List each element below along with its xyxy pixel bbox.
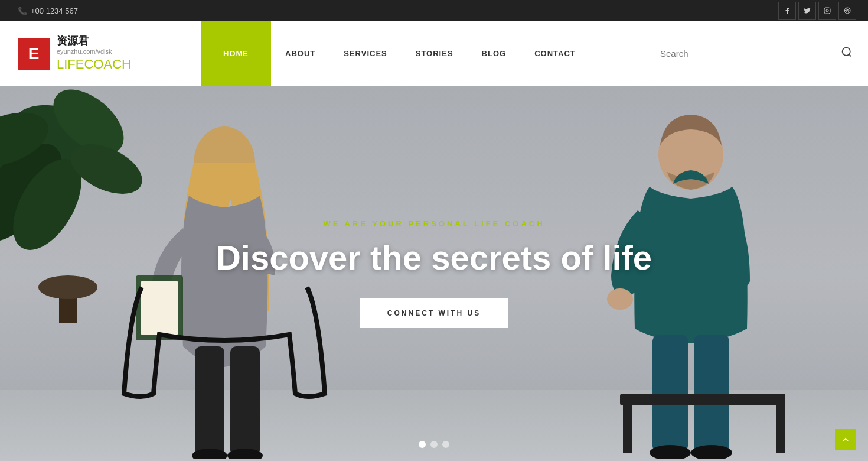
- logo-coach: COACH: [84, 57, 130, 72]
- nav-stories[interactable]: STORIES: [402, 21, 468, 86]
- nav-services[interactable]: SERVICES: [329, 21, 402, 86]
- logo-url: eyunzhu.com/vdisk: [57, 47, 131, 56]
- logo-brand: LIFECOACH: [57, 57, 131, 72]
- slider-dot-3[interactable]: [442, 441, 449, 448]
- logo-area: E 资源君 eyunzhu.com/vdisk LIFECOACH: [0, 21, 201, 86]
- nav-home-tab[interactable]: HOME: [201, 21, 271, 86]
- search-input[interactable]: [660, 48, 837, 59]
- svg-rect-14: [195, 346, 224, 456]
- hero-section: WE ARE YOUR PERSONAL LIFE COACH Discover…: [0, 86, 868, 461]
- instagram-icon[interactable]: [818, 2, 836, 20]
- svg-point-3: [843, 48, 850, 56]
- dribbble-icon[interactable]: [838, 2, 856, 20]
- phone-icon: 📞: [18, 7, 27, 15]
- hero-content: WE ARE YOUR PERSONAL LIFE COACH Discover…: [216, 219, 652, 328]
- slider-dot-1[interactable]: [419, 441, 426, 448]
- phone-number: +00 1234 567: [31, 7, 78, 15]
- logo-chinese: 资源君: [57, 35, 131, 48]
- logo-text: 资源君 eyunzhu.com/vdisk LIFECOACH: [57, 35, 131, 73]
- search-area: [642, 21, 868, 86]
- twitter-icon[interactable]: [798, 2, 816, 20]
- slider-dots: [419, 441, 449, 448]
- hero-title: Discover the secrets of life: [216, 238, 652, 277]
- svg-rect-15: [230, 346, 260, 456]
- svg-rect-24: [620, 394, 785, 405]
- nav-home-link[interactable]: HOME: [223, 49, 249, 58]
- scroll-up-button[interactable]: [835, 429, 856, 450]
- phone-info: 📞 +00 1234 567: [18, 7, 78, 15]
- top-bar: 📞 +00 1234 567: [0, 0, 868, 21]
- logo-life: LIFE: [57, 57, 84, 72]
- svg-rect-25: [623, 405, 632, 453]
- nav-blog[interactable]: BLOG: [468, 21, 521, 86]
- social-icons: [778, 2, 856, 20]
- hero-cta-button[interactable]: CONNECT WITH US: [360, 298, 508, 328]
- logo-icon: E: [18, 38, 50, 70]
- nav-links: ABOUT SERVICES STORIES BLOG CONTACT: [271, 21, 642, 86]
- svg-rect-0: [824, 8, 830, 14]
- slider-dot-2[interactable]: [430, 441, 438, 448]
- navigation-bar: E 资源君 eyunzhu.com/vdisk LIFECOACH HOME A…: [0, 21, 868, 86]
- nav-about[interactable]: ABOUT: [271, 21, 329, 86]
- search-button[interactable]: [837, 46, 856, 61]
- hero-subtitle: WE ARE YOUR PERSONAL LIFE COACH: [216, 219, 652, 228]
- svg-rect-17: [141, 281, 178, 335]
- svg-rect-26: [776, 405, 785, 453]
- nav-contact[interactable]: CONTACT: [520, 21, 590, 86]
- facebook-icon[interactable]: [778, 2, 796, 20]
